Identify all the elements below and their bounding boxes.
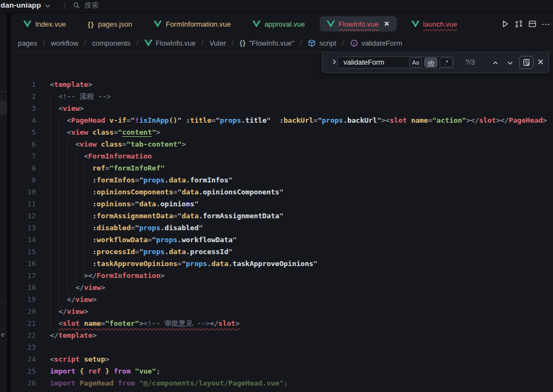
line-number[interactable]: 11 bbox=[11, 198, 36, 210]
close-find-icon[interactable] bbox=[537, 58, 544, 68]
split-editor-button[interactable] bbox=[528, 20, 537, 28]
code-line[interactable]: 18 </view> bbox=[11, 282, 553, 294]
line-number[interactable]: 17 bbox=[11, 270, 36, 282]
line-number[interactable]: 13 bbox=[11, 222, 36, 234]
more-button[interactable]: ⋯ bbox=[542, 20, 550, 28]
breadcrumb-separator: / bbox=[342, 39, 344, 47]
tab-launch-vue[interactable]: launch.vue bbox=[404, 16, 465, 31]
line-number[interactable]: 22 bbox=[11, 330, 36, 342]
sidebar-sliver: e bbox=[0, 13, 7, 392]
code-line[interactable]: 11 :opinions="data.opinions" bbox=[11, 198, 553, 210]
breadcrumb-item[interactable]: script bbox=[308, 39, 336, 47]
tab-forminformation-vue[interactable]: FormInformation.vue bbox=[147, 16, 238, 31]
toggle-replace-icon[interactable] bbox=[331, 58, 338, 68]
line-number[interactable]: 19 bbox=[11, 294, 36, 306]
code-line[interactable]: 9 :formInfos="props.data.formInfos" bbox=[11, 174, 553, 186]
code-text: <slot name="footer"><!-- 审批意见 --></slot> bbox=[50, 318, 239, 330]
previous-match-button[interactable] bbox=[492, 59, 499, 68]
find-in-selection-button[interactable] bbox=[519, 56, 533, 69]
code-line[interactable]: 1<template> bbox=[11, 79, 553, 91]
code-line[interactable]: 8 ref="formInfoRef" bbox=[11, 162, 553, 174]
line-number[interactable]: 16 bbox=[11, 258, 36, 270]
chevron-down-icon[interactable] bbox=[45, 1, 50, 10]
tab-pages-json[interactable]: {}pages.json bbox=[80, 16, 139, 31]
code-line[interactable]: 16 :taskApproveOpinions="props.data.task… bbox=[11, 258, 553, 270]
line-number[interactable]: 24 bbox=[11, 353, 36, 365]
code-line[interactable]: 21 <slot name="footer"><!-- 审批意见 --></sl… bbox=[11, 318, 553, 330]
line-number[interactable]: 26 bbox=[11, 377, 36, 389]
line-number[interactable]: 9 bbox=[11, 174, 36, 186]
tab-label: approval.vue bbox=[264, 20, 304, 28]
tab-flowinfo-vue[interactable]: FlowInfo.vue✕ bbox=[320, 16, 397, 31]
code-line[interactable]: 4 <PageHead v-if="!isInApp()" :title="pr… bbox=[11, 115, 553, 127]
line-number[interactable]: 23 bbox=[11, 342, 36, 353]
line-number[interactable]: 21 bbox=[11, 318, 36, 330]
close-icon[interactable]: ✕ bbox=[384, 20, 389, 28]
breadcrumb-item[interactable]: Vuter bbox=[209, 39, 226, 47]
breadcrumb-item[interactable]: workflow bbox=[51, 39, 79, 47]
regex-button[interactable]: .* bbox=[440, 58, 453, 67]
code-line[interactable]: 19 </view> bbox=[11, 294, 553, 306]
line-number[interactable]: 18 bbox=[11, 282, 36, 294]
find-widget: validateForm Aa ab .* ?/3 bbox=[322, 52, 549, 73]
run-button[interactable] bbox=[501, 20, 510, 28]
line-number[interactable]: 2 bbox=[11, 91, 36, 103]
tab-bar: Index.vue{}pages.jsonFormInformation.vue… bbox=[11, 13, 553, 35]
tab-index-vue[interactable]: Index.vue bbox=[16, 16, 73, 31]
code-line[interactable]: 5 <view class="content"> bbox=[11, 127, 553, 138]
code-text: :disabled="props.disabled" bbox=[50, 222, 203, 234]
breadcrumb-item[interactable]: {}"FlowInfo.vue" bbox=[240, 39, 294, 47]
breadcrumb-label: Vuter bbox=[209, 39, 226, 47]
line-number[interactable]: 4 bbox=[11, 115, 36, 127]
line-number[interactable]: 14 bbox=[11, 234, 36, 246]
code-text: ></FormInformation> bbox=[50, 270, 164, 282]
code-line[interactable]: 14 :workflowData="props.workflowData" bbox=[11, 234, 553, 246]
line-number[interactable]: 6 bbox=[11, 138, 36, 150]
code-line[interactable]: 22</template> bbox=[11, 330, 553, 342]
breadcrumb-item[interactable]: pages bbox=[18, 39, 37, 47]
line-number[interactable]: 20 bbox=[11, 306, 36, 318]
code-line[interactable]: 26import PageHead from "@/components/lay… bbox=[11, 377, 553, 389]
find-input[interactable]: validateForm Aa ab .* bbox=[338, 56, 454, 68]
code-line[interactable]: 23 bbox=[11, 342, 553, 353]
breadcrumb-item[interactable]: fvalidateForm bbox=[350, 39, 402, 47]
line-number[interactable]: 3 bbox=[11, 103, 36, 115]
match-case-button[interactable]: Aa bbox=[409, 58, 422, 67]
line-number[interactable]: 7 bbox=[11, 150, 36, 162]
line-number[interactable]: 12 bbox=[11, 210, 36, 222]
line-number[interactable]: 5 bbox=[11, 127, 36, 138]
code-line[interactable]: 7 <FormInformation bbox=[11, 150, 553, 162]
code-line[interactable]: 10 :opinionsComponents="data.opinionsCom… bbox=[11, 186, 553, 198]
global-search[interactable]: 搜索 bbox=[73, 1, 99, 10]
sidebar-selected-item[interactable] bbox=[0, 100, 7, 115]
code-line[interactable]: 17 ></FormInformation> bbox=[11, 270, 553, 282]
code-line[interactable]: 25import { ref } from "vue"; bbox=[11, 365, 553, 377]
breadcrumb-label: FlowInfo.vue bbox=[156, 39, 196, 47]
whole-word-button[interactable]: ab bbox=[424, 58, 437, 67]
code-text: <script setup> bbox=[50, 353, 110, 365]
code-line[interactable]: 12 :formAssignmentData="data.formAssignm… bbox=[11, 210, 553, 222]
code-editor[interactable]: 1<template>2 <!-- 流程 -->3 <view>4 <PageH… bbox=[11, 79, 553, 389]
line-number[interactable]: 1 bbox=[11, 79, 36, 91]
code-line[interactable]: 15 :processId="props.data.processId" bbox=[11, 246, 553, 258]
find-query[interactable]: validateForm bbox=[344, 57, 384, 68]
tab-approval-vue[interactable]: approval.vue bbox=[245, 16, 312, 31]
code-line[interactable]: 2 <!-- 流程 --> bbox=[11, 91, 553, 103]
code-line[interactable]: 24<script setup> bbox=[11, 353, 553, 365]
code-line[interactable]: 13 :disabled="props.disabled" bbox=[11, 222, 553, 234]
compare-button[interactable] bbox=[514, 20, 523, 28]
code-line[interactable]: 3 <view> bbox=[11, 103, 553, 115]
next-match-button[interactable] bbox=[506, 59, 514, 68]
breadcrumb-item[interactable]: components bbox=[92, 39, 131, 47]
code-line[interactable]: 20 </view> bbox=[11, 306, 553, 318]
breadcrumb-label: components bbox=[92, 39, 131, 47]
line-number[interactable]: 25 bbox=[11, 365, 36, 377]
line-number[interactable]: 15 bbox=[11, 246, 36, 258]
breadcrumb-item[interactable]: FlowInfo.vue bbox=[144, 39, 196, 47]
code-text: <view class="content"> bbox=[50, 127, 161, 138]
code-line[interactable]: 6 <view class="tab-content"> bbox=[11, 138, 553, 150]
line-number[interactable]: 8 bbox=[11, 162, 36, 174]
line-number[interactable]: 10 bbox=[11, 186, 36, 198]
project-title[interactable]: dan-uniapp bbox=[1, 1, 41, 9]
code-text: <view class="tab-content"> bbox=[50, 138, 186, 150]
